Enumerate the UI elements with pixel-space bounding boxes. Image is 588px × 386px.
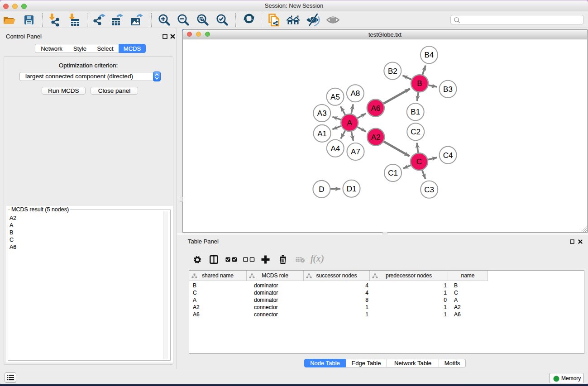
svg-text:A3: A3 (317, 109, 327, 118)
svg-text:B1: B1 (411, 108, 420, 116)
svg-text:C4: C4 (443, 151, 453, 160)
svg-text:B4: B4 (425, 51, 434, 59)
svg-text:A6: A6 (371, 104, 380, 113)
svg-text:A2: A2 (371, 133, 381, 142)
svg-text:C1: C1 (388, 169, 398, 177)
svg-text:C: C (416, 157, 422, 166)
svg-text:B3: B3 (443, 85, 453, 94)
svg-text:D: D (319, 185, 324, 194)
svg-text:B: B (417, 79, 422, 88)
svg-text:C3: C3 (424, 186, 434, 194)
svg-text:A: A (347, 119, 353, 127)
svg-text:A8: A8 (351, 89, 360, 98)
svg-text:B2: B2 (388, 67, 397, 76)
svg-text:A1: A1 (317, 129, 327, 138)
svg-text:A7: A7 (351, 148, 360, 156)
svg-text:A5: A5 (330, 93, 340, 101)
svg-text:A4: A4 (330, 144, 340, 153)
svg-text:D1: D1 (347, 185, 357, 193)
svg-text:C2: C2 (411, 128, 421, 136)
